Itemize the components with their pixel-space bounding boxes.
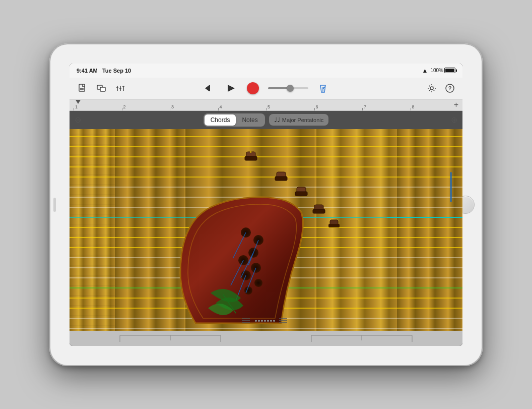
svg-point-108 [267,320,269,322]
bracket-svg [70,333,462,346]
svg-rect-96 [313,209,325,213]
zoom-in-icon[interactable]: ⊕ [451,115,457,125]
ruler-mark-7: 7 [362,104,411,109]
svg-rect-114 [450,172,452,202]
record-button[interactable] [247,82,259,94]
notes-tab[interactable]: Notes [236,114,263,126]
svg-rect-83 [245,156,257,160]
zither-svg[interactable] [70,129,462,331]
playhead-triangle [76,100,81,104]
svg-point-17 [430,87,433,90]
battery-bar [444,68,455,73]
ruler-mark-6: 6 [314,104,363,109]
svg-rect-23 [316,129,397,331]
document-icon[interactable] [77,83,88,94]
svg-point-105 [258,320,260,322]
ruler-mark-3: 3 [170,104,218,109]
chords-tab[interactable]: Chords [205,114,236,126]
controls-bar: ⊖ Chords Notes ♩♩ Major Pentatonic ⊕ [70,111,462,129]
ruler-mark-4: 4 [218,104,267,109]
scale-label: Major Pentatonic [282,117,324,123]
svg-rect-88 [275,177,287,181]
svg-rect-24 [397,129,462,331]
svg-rect-92 [295,192,307,196]
svg-rect-4 [100,87,105,91]
main-content: ⊖ Chords Notes ♩♩ Major Pentatonic ⊕ [70,111,462,331]
ruler-marks: 1 2 3 4 5 6 7 8 [70,104,462,109]
add-track-button[interactable]: + [454,100,458,109]
battery-container: 100% [430,68,455,73]
toolbar-right: ? [426,83,455,94]
svg-point-110 [273,320,275,322]
toolbar: ? [70,78,462,100]
status-right: ▲ 100% [422,67,455,74]
svg-marker-13 [228,85,235,92]
svg-point-109 [270,320,272,322]
screen: 9:41 AM Tue Sep 10 ▲ 100% [70,64,462,346]
battery-percent: 100% [430,68,443,73]
tempo-slider[interactable] [268,87,308,89]
music-note-icon: ♩♩ [274,116,280,124]
svg-rect-0 [79,84,85,91]
ruler-mark-2: 2 [122,104,170,109]
rewind-button[interactable] [204,83,215,94]
svg-point-107 [264,320,266,322]
tab-group: Chords Notes [204,113,265,127]
toolbar-left [77,83,126,94]
instrument-area[interactable] [70,129,462,331]
svg-text:?: ? [448,85,452,91]
status-time: 9:41 AM Tue Sep 10 [77,68,131,74]
help-icon[interactable]: ? [444,83,455,94]
ruler-mark-8: 8 [411,104,459,109]
metronome-icon[interactable] [317,83,328,94]
tempo-thumb [287,85,294,92]
svg-rect-12 [209,85,210,91]
ruler-mark-1: 1 [74,104,122,109]
svg-point-72 [254,279,262,287]
svg-rect-20 [70,129,115,331]
time-display: 9:41 AM [77,68,98,74]
svg-point-104 [255,320,257,322]
wifi-icon: ▲ [422,67,428,74]
svg-point-106 [261,320,263,322]
svg-rect-100 [328,224,340,227]
settings-icon[interactable] [426,83,437,94]
play-button[interactable] [224,81,238,95]
mixer-icon[interactable] [115,83,126,94]
ipad-frame: 9:41 AM Tue Sep 10 ▲ 100% [49,43,483,366]
date-display: Tue Sep 10 [102,68,131,74]
battery-fill [445,69,454,72]
status-bar: 9:41 AM Tue Sep 10 ▲ 100% [70,64,462,78]
ruler-mark-5: 5 [266,104,314,109]
zoom-in-area: ⊕ [451,115,457,125]
zoom-out-area: ⊖ [75,115,81,125]
svg-marker-11 [205,85,209,91]
bracket-area [70,331,462,346]
scale-selector[interactable]: ♩♩ Major Pentatonic [269,114,329,126]
svg-rect-21 [115,129,185,331]
toolbar-center [204,81,328,95]
multiwindow-icon[interactable] [96,83,107,94]
zoom-out-icon[interactable]: ⊖ [75,115,81,125]
timeline-ruler: 1 2 3 4 5 6 7 8 + [70,100,462,111]
